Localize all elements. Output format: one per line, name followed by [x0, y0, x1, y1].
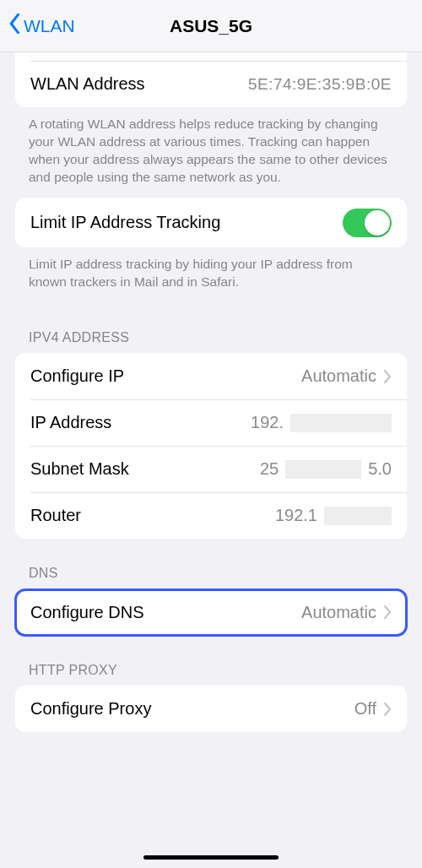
chevron-right-icon — [383, 605, 392, 619]
nav-bar: WLAN ASUS_5G — [0, 0, 422, 52]
chevron-left-icon — [8, 14, 22, 38]
redaction — [324, 507, 392, 525]
redaction — [290, 414, 392, 432]
dns-label: Configure DNS — [30, 603, 144, 622]
back-label: WLAN — [24, 16, 75, 36]
router-value: 192.1 — [275, 506, 392, 525]
mask-value: 255.0 — [260, 459, 392, 479]
group-limit-tracking: Limit IP Address Tracking — [15, 198, 407, 247]
wlan-address-label: WLAN Address — [30, 74, 145, 94]
row-configure-ip[interactable]: Configure IP Automatic — [15, 353, 407, 399]
proxy-header: HTTP PROXY — [0, 636, 422, 686]
ip-value: 192. — [251, 413, 392, 432]
home-indicator[interactable] — [143, 855, 279, 860]
redaction — [285, 460, 361, 479]
mask-label: Subnet Mask — [30, 459, 129, 479]
group-dns: Configure DNS Automatic — [15, 589, 407, 636]
rotate-footer: A rotating WLAN address helps reduce tra… — [0, 107, 422, 198]
router-label: Router — [30, 506, 81, 525]
row-subnet-mask: Subnet Mask 255.0 — [15, 446, 407, 492]
wlan-address-value: 5E:74:9E:35:9B:0E — [248, 75, 392, 94]
row-rotate-wlan[interactable]: Rotate WLAN Address — [15, 52, 407, 61]
limit-toggle[interactable] — [343, 209, 392, 237]
limit-footer: Limit IP address tracking by hiding your… — [0, 247, 422, 303]
row-configure-dns[interactable]: Configure DNS Automatic — [15, 589, 407, 636]
proxy-label: Configure Proxy — [30, 699, 151, 719]
row-wlan-address: WLAN Address 5E:74:9E:35:9B:0E — [15, 61, 407, 107]
row-router: Router 192.1 — [15, 492, 407, 539]
row-limit-tracking[interactable]: Limit IP Address Tracking — [15, 198, 407, 247]
row-configure-proxy[interactable]: Configure Proxy Off — [15, 686, 407, 732]
row-ip-address: IP Address 192. — [15, 399, 407, 446]
ip-label: IP Address — [30, 413, 111, 432]
dns-value: Automatic — [301, 603, 376, 622]
chevron-right-icon — [383, 703, 392, 716]
dns-header: DNS — [0, 539, 422, 589]
back-button[interactable]: WLAN — [0, 14, 75, 38]
ipv4-header: IPV4 ADDRESS — [0, 303, 422, 354]
proxy-value: Off — [354, 699, 376, 719]
configure-ip-value: Automatic — [301, 366, 376, 386]
configure-ip-label: Configure IP — [30, 366, 124, 386]
content-scroll[interactable]: Rotate WLAN Address WLAN Address 5E:74:9… — [0, 52, 422, 868]
group-wlan-address: Rotate WLAN Address WLAN Address 5E:74:9… — [15, 52, 407, 107]
chevron-right-icon — [383, 370, 392, 383]
group-ipv4: Configure IP Automatic IP Address 192. S… — [15, 353, 407, 539]
limit-label: Limit IP Address Tracking — [30, 213, 220, 232]
group-proxy: Configure Proxy Off — [15, 686, 407, 732]
